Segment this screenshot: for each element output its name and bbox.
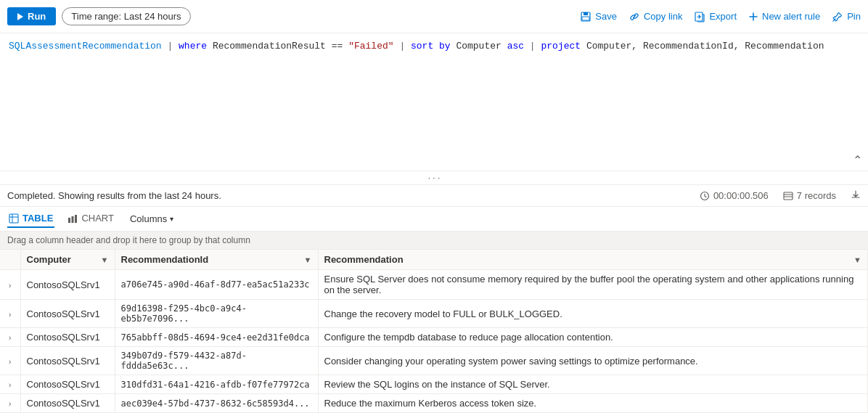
table-header-row: Computer ▼ RecommendationId ▼ Recommenda…	[0, 250, 868, 270]
expand-cell[interactable]: ›	[0, 270, 20, 300]
recommendation-filter-icon[interactable]: ▼	[853, 255, 861, 264]
copy-link-button[interactable]: Copy link	[629, 11, 682, 23]
columns-button[interactable]: Columns ▾	[130, 213, 173, 224]
export-icon	[694, 11, 705, 23]
results-table: Computer ▼ RecommendationId ▼ Recommenda…	[0, 250, 868, 413]
svg-rect-8	[9, 214, 18, 223]
svg-rect-2	[582, 17, 589, 20]
svg-rect-13	[75, 215, 77, 223]
recommendation-cell: Configure the tempdb database to reduce …	[318, 328, 868, 347]
expand-cell[interactable]: ›	[0, 328, 20, 347]
columns-label: Columns	[130, 213, 167, 224]
run-button[interactable]: Run	[7, 7, 56, 25]
table-row: › ContosoSQLSrv1 69d16398-f295-4bc0-a9c4…	[0, 300, 868, 328]
collapse-button[interactable]: ⌃	[853, 155, 862, 166]
download-results-button[interactable]	[851, 189, 861, 202]
drag-hint: Drag a column header and drop it here to…	[0, 232, 868, 250]
tab-table-label: TABLE	[22, 213, 53, 224]
export-label: Export	[709, 11, 737, 22]
table-row: › ContosoSQLSrv1 765abbff-08d5-4694-9ce4…	[0, 328, 868, 347]
table-icon	[9, 213, 19, 224]
clock-icon	[700, 191, 710, 201]
toolbar-actions: Save Copy link Export New alert rule	[580, 11, 861, 23]
recommendation-cell: Ensure SQL Server does not consume memor…	[318, 270, 868, 300]
svg-rect-12	[72, 216, 74, 223]
rec-id-cell: 69d16398-f295-4bc0-a9c4-eb5b7e7096...	[115, 300, 318, 328]
play-icon	[17, 13, 23, 20]
tab-chart[interactable]: CHART	[66, 210, 115, 228]
expand-icon[interactable]: ›	[9, 282, 11, 290]
svg-rect-11	[68, 218, 70, 223]
expand-icon[interactable]: ›	[9, 334, 11, 342]
computer-cell: ContosoSQLSrv1	[20, 394, 115, 413]
svg-rect-1	[584, 12, 588, 15]
records-icon	[783, 191, 793, 201]
rec-id-filter-icon[interactable]: ▼	[304, 255, 312, 264]
expand-cell[interactable]: ›	[0, 347, 20, 375]
expand-cell[interactable]: ›	[0, 300, 20, 328]
time-range-button[interactable]: Time range: Last 24 hours	[62, 7, 190, 25]
rec-id-cell: a706e745-a90d-46af-8d77-ea5ac51a233c	[115, 270, 318, 300]
recommendation-cell: Review the SQL logins on the instance of…	[318, 375, 868, 394]
tab-table[interactable]: TABLE	[7, 210, 54, 228]
save-label: Save	[595, 11, 617, 22]
col-recommendation[interactable]: Recommendation ▼	[318, 250, 868, 270]
recommendation-cell: Change the recovery model to FULL or BUL…	[318, 300, 868, 328]
expand-icon[interactable]: ›	[9, 400, 11, 408]
col-rec-id[interactable]: RecommendationId ▼	[115, 250, 318, 270]
status-bar: Completed. Showing results from the last…	[0, 185, 868, 207]
table-row: › ContosoSQLSrv1 aec039e4-57bd-4737-8632…	[0, 394, 868, 413]
query-line: SQLAssessmentRecommendation | where Reco…	[9, 39, 859, 54]
recommendation-cell: Reduce the maximum Kerberos access token…	[318, 394, 868, 413]
copy-link-label: Copy link	[644, 11, 682, 22]
chart-icon	[67, 213, 78, 224]
rec-id-cell: 310dfd31-64a1-4216-afdb-f07fe77972ca	[115, 375, 318, 394]
table-row: › ContosoSQLSrv1 a706e745-a90d-46af-8d77…	[0, 270, 868, 300]
chevron-down-icon: ▾	[170, 215, 173, 223]
pin-button[interactable]: Pin	[832, 11, 861, 23]
computer-cell: ContosoSQLSrv1	[20, 347, 115, 375]
expand-icon[interactable]: ›	[9, 311, 11, 319]
records-item: 7 records	[783, 190, 836, 201]
new-alert-rule-label: New alert rule	[762, 11, 820, 22]
download-icon	[851, 189, 861, 200]
rec-id-cell: aec039e4-57bd-4737-8632-6c58593d4...	[115, 394, 318, 413]
export-button[interactable]: Export	[694, 11, 737, 23]
save-button[interactable]: Save	[580, 11, 617, 23]
table-row: › ContosoSQLSrv1 349b07d9-f579-4432-a87d…	[0, 347, 868, 375]
computer-cell: ContosoSQLSrv1	[20, 375, 115, 394]
plus-icon	[748, 12, 758, 22]
rec-id-cell: 765abbff-08d5-4694-9ce4-ee2d31fe0dca	[115, 328, 318, 347]
save-icon	[580, 11, 591, 23]
expand-icon[interactable]: ›	[9, 381, 11, 389]
query-table: SQLAssessmentRecommendation	[9, 41, 162, 52]
computer-filter-icon[interactable]: ▼	[101, 255, 109, 264]
status-right: 00:00:00.506 7 records	[700, 189, 861, 202]
computer-cell: ContosoSQLSrv1	[20, 270, 115, 300]
dots-separator: · · ·	[0, 171, 868, 185]
expand-cell[interactable]: ›	[0, 375, 20, 394]
pin-label: Pin	[847, 11, 861, 22]
recommendation-cell: Consider changing your operating system …	[318, 347, 868, 375]
results-table-wrapper[interactable]: Computer ▼ RecommendationId ▼ Recommenda…	[0, 250, 868, 413]
expand-cell[interactable]: ›	[0, 394, 20, 413]
computer-cell: ContosoSQLSrv1	[20, 300, 115, 328]
expand-icon[interactable]: ›	[9, 358, 11, 366]
svg-rect-5	[784, 192, 793, 200]
time-range-label: Time range: Last 24 hours	[71, 11, 181, 22]
duration-value: 00:00:00.506	[713, 190, 769, 201]
duration-item: 00:00:00.506	[700, 190, 769, 201]
col-computer[interactable]: Computer ▼	[20, 250, 115, 270]
tab-chart-label: CHART	[81, 213, 114, 224]
results-tabs: TABLE CHART Columns ▾	[0, 207, 868, 232]
rec-id-cell: 349b07d9-f579-4432-a87d-fddda5e63c...	[115, 347, 318, 375]
pin-icon	[832, 11, 843, 23]
run-label: Run	[28, 11, 46, 22]
table-row: › ContosoSQLSrv1 310dfd31-64a1-4216-afdb…	[0, 375, 868, 394]
copy-link-icon	[629, 11, 640, 23]
new-alert-rule-button[interactable]: New alert rule	[748, 11, 820, 22]
col-expand	[0, 250, 20, 270]
query-editor[interactable]: SQLAssessmentRecommendation | where Reco…	[0, 33, 868, 171]
status-message: Completed. Showing results from the last…	[7, 190, 700, 201]
computer-cell: ContosoSQLSrv1	[20, 328, 115, 347]
